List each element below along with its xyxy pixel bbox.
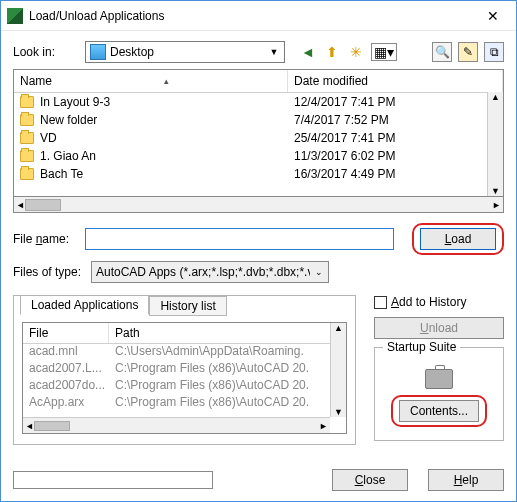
titlebar: Load/Unload Applications ✕ — [1, 1, 516, 31]
lookin-label: Look in: — [13, 45, 85, 59]
folder-icon — [20, 96, 34, 108]
sort-indicator-icon: ▴ — [164, 76, 169, 86]
scroll-thumb[interactable] — [34, 421, 70, 431]
scroll-down-icon: ▼ — [334, 407, 343, 417]
lookin-value: Desktop — [110, 45, 154, 59]
loaded-vscroll[interactable]: ▲ ▼ — [330, 323, 346, 417]
scroll-right-icon: ► — [492, 200, 501, 210]
tabs: Loaded Applications History list — [20, 295, 227, 315]
dialog-content: Look in: Desktop ▼ ◄ ⬆ ✳ ▦▾ 🔍 ✎ ⧉ — [1, 31, 516, 453]
scroll-down-icon: ▼ — [491, 186, 500, 196]
list-item[interactable]: New folder 7/4/2017 7:52 PM — [14, 111, 503, 129]
loaded-apps-panel: Loaded Applications History list File Pa… — [13, 295, 356, 445]
back-button[interactable]: ◄ — [299, 43, 317, 61]
briefcase-icon[interactable] — [425, 369, 453, 389]
chevron-down-icon: ▼ — [266, 44, 282, 60]
chevron-down-icon: ⌄ — [312, 264, 326, 280]
column-path[interactable]: Path — [109, 323, 346, 343]
unload-button[interactable]: Unload — [374, 317, 504, 339]
list-item[interactable]: acad2007.L... C:\Program Files (x86)\Aut… — [23, 361, 346, 378]
list-item[interactable]: 1. Giao An 11/3/2017 6:02 PM — [14, 147, 503, 165]
list-item[interactable]: VD 25/4/2017 7:41 PM — [14, 129, 503, 147]
column-date-label: Date modified — [294, 74, 368, 88]
right-column: Add to History Unload Startup Suite Cont… — [374, 295, 504, 445]
window-close-button[interactable]: ✕ — [470, 1, 516, 31]
search-web-button[interactable]: 🔍 — [432, 42, 452, 62]
file-list[interactable]: Name ▴ Date modified In Layout 9-3 12/4/… — [13, 69, 504, 197]
startup-suite-group: Startup Suite Contents... — [374, 347, 504, 441]
app-icon — [7, 8, 23, 24]
loaded-list[interactable]: File Path acad.mnl C:\Users\Admin\AppDat… — [22, 322, 347, 434]
column-file[interactable]: File — [23, 323, 109, 343]
column-date[interactable]: Date modified — [288, 70, 503, 92]
folder-icon — [20, 150, 34, 162]
list-item[interactable]: Bach Te 16/3/2017 4:49 PM — [14, 165, 503, 183]
nav-icons: ◄ ⬆ ✳ ▦▾ — [299, 43, 397, 61]
filetype-combo[interactable]: AutoCAD Apps (*.arx;*.lsp;*.dvb;*.dbx;*.… — [91, 261, 329, 283]
filename-label: File name: — [13, 232, 85, 246]
scroll-up-icon: ▲ — [491, 92, 500, 102]
filetype-label: Files of type: — [13, 265, 91, 279]
filetype-value: AutoCAD Apps (*.arx;*.lsp;*.dvb;*.dbx;*.… — [96, 265, 310, 279]
filetype-row: Files of type: AutoCAD Apps (*.arx;*.lsp… — [13, 261, 504, 283]
window-title: Load/Unload Applications — [29, 9, 470, 23]
filename-input[interactable] — [85, 228, 394, 250]
folder-icon — [20, 114, 34, 126]
loaded-hscroll[interactable]: ◄ ► — [23, 417, 330, 433]
extra-button[interactable]: ⧉ — [484, 42, 504, 62]
load-button-highlight: Load — [412, 223, 504, 255]
loaded-rows: acad.mnl C:\Users\Admin\AppData\Roaming.… — [23, 344, 346, 412]
list-item[interactable]: acad.mnl C:\Users\Admin\AppData\Roaming. — [23, 344, 346, 361]
lookin-row: Look in: Desktop ▼ ◄ ⬆ ✳ ▦▾ 🔍 ✎ ⧉ — [13, 41, 504, 63]
tab-history-list[interactable]: History list — [149, 296, 226, 316]
progress-bar — [13, 471, 213, 489]
scroll-thumb[interactable] — [25, 199, 61, 211]
scroll-left-icon: ◄ — [25, 421, 34, 431]
file-list-vscroll[interactable]: ▲ ▼ — [487, 92, 503, 196]
column-name[interactable]: Name ▴ — [14, 70, 288, 92]
tab-loaded-applications[interactable]: Loaded Applications — [20, 295, 149, 315]
views-menu-button[interactable]: ▦▾ — [371, 43, 397, 61]
lookin-combo[interactable]: Desktop ▼ — [85, 41, 285, 63]
new-folder-button[interactable]: ✳ — [347, 43, 365, 61]
load-button[interactable]: Load — [420, 228, 496, 250]
tools-button[interactable]: ✎ — [458, 42, 478, 62]
lower-area: Loaded Applications History list File Pa… — [13, 295, 504, 445]
file-rows: In Layout 9-3 12/4/2017 7:41 PM New fold… — [14, 93, 503, 183]
load-unload-dialog: Load/Unload Applications ✕ Look in: Desk… — [0, 0, 517, 502]
column-name-label: Name — [20, 74, 52, 88]
add-to-history-checkbox[interactable]: Add to History — [374, 295, 504, 309]
contents-button-highlight: Contents... — [391, 395, 487, 427]
startup-suite-legend: Startup Suite — [383, 340, 460, 354]
scroll-left-icon: ◄ — [16, 200, 25, 210]
checkbox-box-icon — [374, 296, 387, 309]
list-item[interactable]: acad2007do... C:\Program Files (x86)\Aut… — [23, 378, 346, 395]
filename-row: File name: Load — [13, 223, 504, 255]
list-item[interactable]: In Layout 9-3 12/4/2017 7:41 PM — [14, 93, 503, 111]
up-one-level-button[interactable]: ⬆ — [323, 43, 341, 61]
file-list-hscroll[interactable]: ◄ ► — [13, 197, 504, 213]
folder-icon — [20, 168, 34, 180]
tool-icons: 🔍 ✎ ⧉ — [432, 42, 504, 62]
desktop-icon — [90, 44, 106, 60]
close-button[interactable]: Close — [332, 469, 408, 491]
footer: Close Help — [13, 469, 504, 491]
loaded-list-header: File Path — [23, 323, 346, 344]
help-button[interactable]: Help — [428, 469, 504, 491]
scroll-right-icon: ► — [319, 421, 328, 431]
list-item[interactable]: AcApp.arx C:\Program Files (x86)\AutoCAD… — [23, 395, 346, 412]
scroll-up-icon: ▲ — [334, 323, 343, 333]
folder-icon — [20, 132, 34, 144]
file-list-header: Name ▴ Date modified — [14, 70, 503, 93]
contents-button[interactable]: Contents... — [399, 400, 479, 422]
